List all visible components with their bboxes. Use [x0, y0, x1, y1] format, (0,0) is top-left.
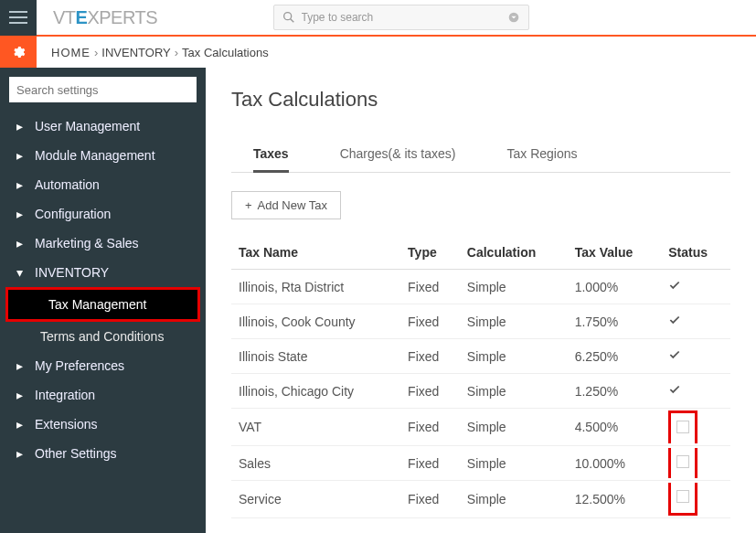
page-title: Tax Calculations [231, 88, 730, 112]
global-search-input[interactable] [302, 11, 506, 24]
chevron-right-icon: ▸ [13, 358, 26, 373]
cell-value: 4.500% [568, 409, 662, 446]
cell-value: 12.500% [568, 481, 662, 518]
cell-type: Fixed [400, 481, 460, 518]
sidebar-item-label: INVENTORY [35, 265, 109, 280]
chevron-right-icon: ▸ [13, 119, 26, 133]
chevron-right-icon: ▸ [13, 446, 26, 461]
cell-type: Fixed [400, 339, 460, 374]
main-content: Tax Calculations TaxesCharges(& its taxe… [206, 68, 756, 533]
col-status: Status [661, 236, 730, 270]
table-row: ServiceFixedSimple12.500% [231, 481, 730, 518]
chevron-right-icon: ▸ [13, 236, 26, 251]
breadcrumb-inventory[interactable]: INVENTORY [101, 46, 170, 59]
chevron-right-icon: ▸ [13, 417, 26, 432]
tab-charges-its-taxes-[interactable]: Charges(& its taxes) [340, 137, 456, 172]
cell-name: Illinois, Cook County [231, 304, 400, 339]
status-checkbox[interactable] [668, 314, 681, 329]
settings-gear[interactable] [0, 37, 37, 68]
cell-status [661, 446, 730, 481]
cell-calc: Simple [460, 409, 568, 446]
chevron-right-icon: › [175, 46, 178, 59]
sidebar-item-label: My Preferences [35, 358, 124, 373]
sidebar-item-extensions[interactable]: ▸Extensions [0, 410, 206, 439]
cell-value: 1.250% [568, 374, 662, 409]
tab-tax-regions[interactable]: Tax Regions [507, 137, 578, 172]
sidebar-item-label: Module Management [35, 148, 155, 163]
cell-calc: Simple [460, 374, 568, 409]
sidebar-item-marketing-sales[interactable]: ▸Marketing & Sales [0, 229, 206, 258]
status-checkbox[interactable] [668, 384, 681, 399]
cell-type: Fixed [400, 374, 460, 409]
cell-calc: Simple [460, 446, 568, 481]
sidebar-item-integration[interactable]: ▸Integration [0, 380, 206, 410]
cell-value: 1.750% [568, 304, 662, 339]
sidebar-subitem-tax-management[interactable]: Tax Management [8, 290, 197, 319]
tabs: TaxesCharges(& its taxes)Tax Regions [231, 137, 730, 173]
status-checkbox[interactable] [676, 421, 689, 433]
cell-status [661, 481, 730, 518]
breadcrumb-current: Tax Calculations [182, 46, 269, 59]
status-checkbox[interactable] [668, 349, 681, 364]
highlight-annotation: Tax Management [5, 287, 200, 322]
hamburger-menu[interactable] [0, 0, 37, 36]
cell-type: Fixed [400, 270, 460, 304]
sidebar-item-label: Automation [35, 177, 100, 192]
chevron-down-icon[interactable] [506, 10, 521, 25]
sidebar-item-label: Other Settings [35, 446, 117, 461]
cell-type: Fixed [400, 446, 460, 481]
chevron-right-icon: ▸ [13, 177, 26, 192]
add-new-tax-button[interactable]: + Add New Tax [231, 191, 341, 219]
plus-icon: + [245, 198, 252, 212]
sidebar-item-label: Extensions [35, 417, 97, 432]
search-icon [282, 10, 296, 25]
cell-name: Service [231, 481, 400, 518]
cell-status [661, 374, 730, 409]
status-checkbox[interactable] [676, 455, 689, 468]
chevron-right-icon: ▸ [13, 388, 26, 402]
cell-calc: Simple [460, 270, 568, 304]
status-checkbox[interactable] [676, 490, 689, 503]
breadcrumb: HOME › INVENTORY › Tax Calculations [37, 46, 269, 59]
cell-status [661, 270, 730, 304]
checkmark-icon [668, 314, 681, 326]
cell-name: Illinois State [231, 339, 400, 374]
sidebar-item-module-management[interactable]: ▸Module Management [0, 141, 206, 170]
breadcrumb-home[interactable]: HOME [51, 46, 91, 59]
cell-name: Illinois, Chicago City [231, 374, 400, 409]
sidebar-item-user-management[interactable]: ▸User Management [0, 112, 206, 141]
sidebar-subitem-terms-and-conditions[interactable]: Terms and Conditions [0, 322, 206, 351]
highlight-annotation [668, 448, 697, 478]
cell-status [661, 304, 730, 339]
gear-icon [11, 45, 26, 59]
chevron-down-icon: ▾ [13, 265, 26, 280]
highlight-annotation [668, 483, 697, 516]
chevron-right-icon: ▸ [13, 148, 26, 163]
checkmark-icon [668, 383, 681, 396]
cell-type: Fixed [400, 409, 460, 446]
cell-calc: Simple [460, 481, 568, 518]
sidebar-item-label: Configuration [35, 207, 111, 221]
svg-point-0 [283, 13, 291, 20]
top-bar: VTEXPERTS [0, 0, 756, 37]
sidebar-item-inventory[interactable]: ▾INVENTORY [0, 258, 206, 287]
sidebar-item-my-preferences[interactable]: ▸My Preferences [0, 351, 206, 380]
cell-name: VAT [231, 409, 400, 446]
table-row: SalesFixedSimple10.000% [231, 446, 730, 481]
cell-status [661, 339, 730, 374]
svg-line-1 [290, 19, 293, 23]
settings-search-input[interactable] [9, 77, 197, 102]
cell-name: Sales [231, 446, 400, 481]
col-tax-name: Tax Name [231, 236, 400, 270]
table-row: Illinois, Rta DistrictFixedSimple1.000% [231, 270, 730, 304]
tab-taxes[interactable]: Taxes [253, 137, 289, 173]
sidebar-item-automation[interactable]: ▸Automation [0, 170, 206, 199]
logo: VTEXPERTS [37, 7, 174, 28]
global-search[interactable] [273, 5, 529, 30]
col-tax-value: Tax Value [568, 236, 662, 270]
highlight-annotation [668, 410, 697, 443]
sidebar-item-other-settings[interactable]: ▸Other Settings [0, 439, 206, 468]
sidebar-item-configuration[interactable]: ▸Configuration [0, 199, 206, 229]
col-calculation: Calculation [460, 236, 568, 270]
status-checkbox[interactable] [668, 280, 681, 294]
